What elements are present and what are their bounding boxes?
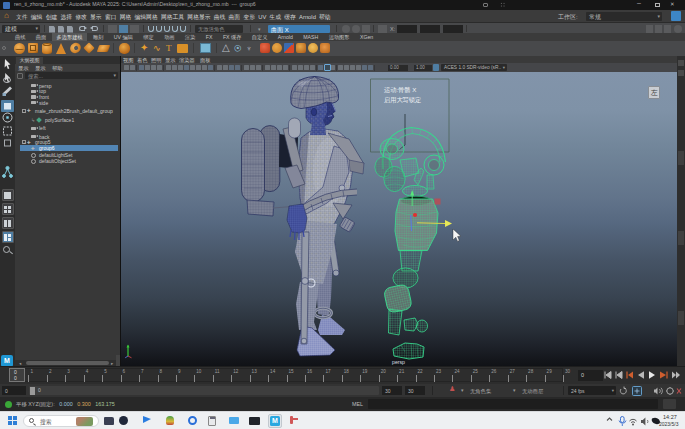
svg-text:persp: persp — [392, 359, 405, 365]
svg-text:运动:骨骼 X: 运动:骨骼 X — [384, 86, 416, 94]
svg-text:启用大写锁定: 启用大写锁定 — [384, 96, 421, 104]
